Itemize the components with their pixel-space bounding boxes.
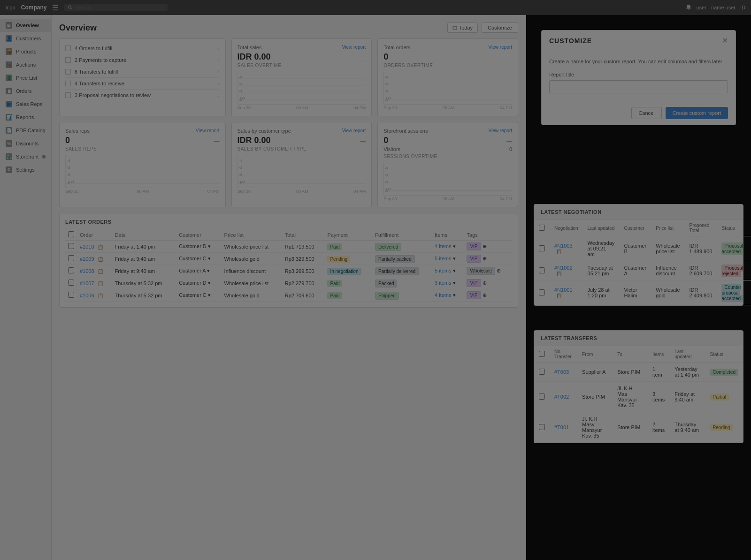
orders-row-checkbox[interactable] xyxy=(68,267,74,273)
sidebar-item-pricelist[interactable]: 💲 Price List xyxy=(0,71,51,84)
trans-row-id-link[interactable]: #T002 xyxy=(554,394,569,400)
sidebar-item-salesreps[interactable]: 👥 Sales Reps xyxy=(0,98,51,111)
trans-row-checkbox-cell[interactable] xyxy=(534,382,550,412)
orders-row-id[interactable]: #1010 📋 xyxy=(77,241,112,253)
orders-row-customer[interactable]: Customer C ▾ xyxy=(176,289,221,302)
orders-row-id-link[interactable]: #1007 xyxy=(80,280,94,286)
neg-row-id-link[interactable]: #N1001 xyxy=(554,287,573,293)
total-orders-view-report[interactable]: View report xyxy=(489,45,512,50)
orders-row-items-link[interactable]: 3 items xyxy=(435,280,451,286)
orders-row-copy-icon[interactable]: ⊕ xyxy=(483,292,487,298)
orders-row-copy-icon[interactable]: ⊕ xyxy=(483,280,487,286)
orders-row-customer[interactable]: Customer C ▾ xyxy=(176,253,221,265)
neg-select-all-header[interactable] xyxy=(534,220,550,236)
orders-row-checkbox-cell[interactable] xyxy=(65,253,77,265)
sales-reps-view-report[interactable]: View report xyxy=(196,128,219,134)
trans-row-checkbox[interactable] xyxy=(539,394,545,400)
sidebar-item-pdfcatalog[interactable]: 📄 PDF Catalog xyxy=(0,124,51,137)
alert-proposals-checkbox[interactable] xyxy=(65,92,71,98)
alert-proposals[interactable]: 3 Proposal negotiations to review › xyxy=(65,90,220,101)
trans-row-id[interactable]: #T002 xyxy=(550,382,577,412)
orders-row-items-link[interactable]: 4 items xyxy=(435,243,451,249)
search-input[interactable] xyxy=(76,5,164,10)
orders-row-id-link[interactable]: #1010 xyxy=(80,244,94,250)
neg-row-id[interactable]: #N1002 📋 xyxy=(550,261,583,280)
orders-row-items[interactable]: 5 items ▾ xyxy=(432,265,464,277)
orders-row-id[interactable]: #1008 📋 xyxy=(77,265,112,277)
orders-row-id-link[interactable]: #1008 xyxy=(80,268,94,274)
orders-row-items-link[interactable]: 5 items xyxy=(435,256,451,261)
alert-orders[interactable]: 4 Orders to fulfill › xyxy=(65,43,220,54)
orders-row-items[interactable]: 3 items ▾ xyxy=(432,277,464,289)
notification-icon[interactable] xyxy=(685,4,692,11)
neg-row-checkbox-cell[interactable] xyxy=(534,261,550,280)
neg-row-checkbox[interactable] xyxy=(539,289,545,295)
orders-row-checkbox-cell[interactable] xyxy=(65,277,77,289)
topbar-menu-icon[interactable]: ☰ xyxy=(52,3,59,12)
neg-row-id[interactable]: #N1003 📋 xyxy=(550,236,583,261)
trans-row-id-link[interactable]: #T003 xyxy=(554,369,569,375)
orders-row-id[interactable]: #1009 📋 xyxy=(77,253,112,265)
alert-transfers-receive-checkbox[interactable] xyxy=(65,81,71,86)
sales-customer-view-report[interactable]: View report xyxy=(342,128,366,134)
orders-row-checkbox[interactable] xyxy=(68,255,74,261)
alert-transfers-fulfill[interactable]: 6 Transfers to fulfill › xyxy=(65,66,220,78)
neg-row-id-link[interactable]: #N1002 xyxy=(554,265,573,271)
orders-select-all-checkbox[interactable] xyxy=(68,231,74,237)
orders-row-items[interactable]: 4 items ▾ xyxy=(432,241,464,253)
orders-row-checkbox-cell[interactable] xyxy=(65,241,77,253)
orders-row-items-link[interactable]: 4 items xyxy=(435,292,451,298)
trans-select-all-header[interactable] xyxy=(534,346,550,363)
orders-row-id[interactable]: #1007 📋 xyxy=(77,277,112,289)
sidebar-item-storefront[interactable]: 🏪 Storefront xyxy=(0,150,51,163)
total-sales-view-report[interactable]: View report xyxy=(342,45,366,50)
sidebar-item-overview[interactable]: ⊞ Overview xyxy=(0,19,51,32)
today-button[interactable]: Today xyxy=(447,23,478,33)
neg-select-all-checkbox[interactable] xyxy=(539,225,545,231)
customize-button[interactable]: Customize xyxy=(482,23,518,33)
orders-select-all-header[interactable] xyxy=(65,229,77,241)
neg-row-checkbox-cell[interactable] xyxy=(534,280,550,305)
orders-row-customer[interactable]: Customer D ▾ xyxy=(176,277,221,289)
trans-row-checkbox-cell[interactable] xyxy=(534,363,550,382)
modal-close-button[interactable]: ✕ xyxy=(722,36,728,45)
orders-row-items[interactable]: 4 items ▾ xyxy=(432,289,464,302)
orders-row-checkbox[interactable] xyxy=(68,292,74,298)
orders-row-id-link[interactable]: #1006 xyxy=(80,293,94,298)
orders-row-checkbox-cell[interactable] xyxy=(65,265,77,277)
alert-payments[interactable]: 2 Payments to capture › xyxy=(65,54,220,66)
neg-row-id-link[interactable]: #N1003 xyxy=(554,243,573,249)
neg-row-checkbox[interactable] xyxy=(539,267,545,273)
neg-row-checkbox-cell[interactable] xyxy=(534,236,550,261)
topbar-search[interactable] xyxy=(64,4,168,11)
orders-row-customer[interactable]: Customer D ▾ xyxy=(176,241,221,253)
neg-row-checkbox[interactable] xyxy=(539,245,545,251)
orders-row-checkbox[interactable] xyxy=(68,243,74,249)
alert-transfers-fulfill-checkbox[interactable] xyxy=(65,69,71,75)
storefront-sessions-view-report[interactable]: View report xyxy=(489,128,512,134)
create-custom-report-button[interactable]: Create custom report xyxy=(666,107,728,119)
alert-orders-checkbox[interactable] xyxy=(65,45,71,51)
orders-row-copy-icon[interactable]: ⊕ xyxy=(497,268,501,273)
neg-row-id[interactable]: #N1001 📋 xyxy=(550,280,583,305)
sidebar-item-reports[interactable]: 📊 Reports xyxy=(0,111,51,124)
orders-row-checkbox-cell[interactable] xyxy=(65,289,77,302)
orders-row-id-link[interactable]: #1009 xyxy=(80,256,94,262)
alert-transfers-receive[interactable]: 4 Transfers to receive › xyxy=(65,78,220,90)
sidebar-item-discounts[interactable]: % Discounts xyxy=(0,137,51,150)
alert-payments-checkbox[interactable] xyxy=(65,57,71,63)
orders-row-id[interactable]: #1006 📋 xyxy=(77,289,112,302)
trans-row-checkbox-cell[interactable] xyxy=(534,412,550,443)
orders-row-customer[interactable]: Customer A ▾ xyxy=(176,265,221,277)
trans-row-checkbox[interactable] xyxy=(539,369,545,375)
cancel-button[interactable]: Cancel xyxy=(631,107,661,119)
sidebar-item-orders[interactable]: 📋 Orders xyxy=(0,84,51,98)
orders-row-checkbox[interactable] xyxy=(68,280,74,286)
report-title-input[interactable] xyxy=(549,80,728,93)
trans-row-checkbox[interactable] xyxy=(539,424,545,430)
sidebar-item-settings[interactable]: ⚙ Settings xyxy=(0,163,51,176)
sidebar-item-customers[interactable]: 👤 Customers xyxy=(0,32,51,45)
sidebar-item-auctions[interactable]: 🔨 Auctions xyxy=(0,58,51,71)
trans-row-id[interactable]: #T001 xyxy=(550,412,577,443)
trans-row-id[interactable]: #T003 xyxy=(550,363,577,382)
